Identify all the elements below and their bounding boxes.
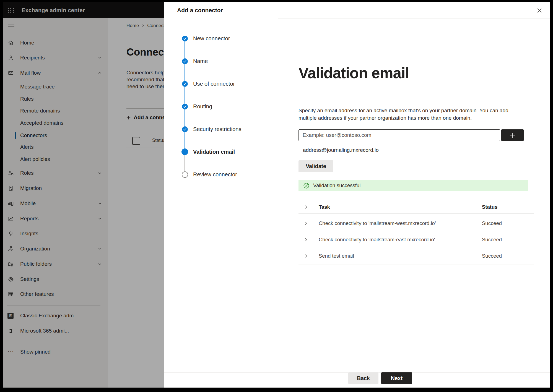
table-divider (298, 232, 534, 232)
expand-all-chevron-icon[interactable] (303, 204, 309, 210)
added-address: address@journaling.mxrecord.io (303, 147, 379, 153)
added-address-row: address@journaling.mxrecord.io (298, 144, 534, 156)
task-column-header: Task (319, 204, 330, 210)
expand-row-chevron-icon[interactable] (303, 237, 309, 242)
status-column-header: Status (482, 204, 498, 210)
email-address-input[interactable] (298, 129, 500, 141)
add-connector-dialog: Add a connector New connector Name Use o… (164, 2, 550, 388)
success-check-icon (303, 182, 310, 189)
step-heading: Validation email (298, 64, 409, 82)
add-address-button[interactable] (501, 129, 524, 141)
table-divider (298, 265, 534, 265)
table-divider (298, 248, 534, 248)
address-divider (298, 157, 534, 157)
next-button[interactable]: Next (381, 372, 412, 384)
status-value: Succeed (482, 237, 502, 243)
back-button[interactable]: Back (348, 372, 378, 384)
step-description: Specify an email address for an active m… (298, 107, 520, 122)
expand-row-chevron-icon[interactable] (303, 221, 309, 226)
status-value: Succeed (482, 220, 502, 226)
close-icon[interactable] (536, 7, 543, 14)
validate-button[interactable]: Validate (298, 160, 333, 172)
validation-success-banner: Validation successful (298, 180, 528, 191)
banner-text: Validation successful (313, 182, 360, 189)
table-divider (298, 213, 534, 214)
status-value: Succeed (482, 253, 502, 259)
dialog-content: Validation email Specify an email addres… (164, 18, 550, 373)
expand-row-chevron-icon[interactable] (303, 253, 309, 259)
dialog-title: Add a connector (177, 7, 223, 14)
dialog-header: Add a connector (164, 2, 550, 19)
